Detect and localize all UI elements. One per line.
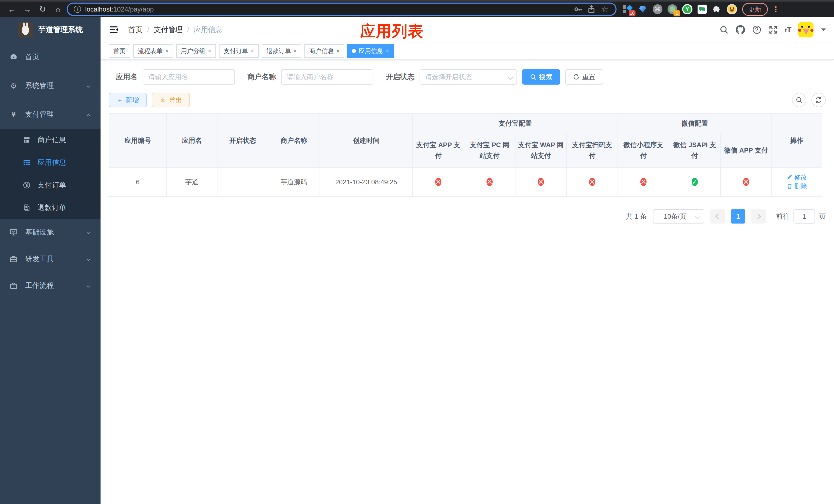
extension-smiley-avatar[interactable] — [727, 4, 737, 14]
sidebar-item-merchant-info[interactable]: 商户信息 — [0, 129, 101, 151]
breadcrumb-separator: / — [147, 26, 149, 34]
status-select-input[interactable] — [420, 69, 517, 85]
sidebar-collapse-icon[interactable] — [109, 25, 119, 35]
cell-wx-app-status: ✕ — [720, 167, 772, 197]
search-button[interactable]: 搜索 — [522, 69, 560, 85]
password-key-icon[interactable] — [573, 5, 583, 14]
extension-y-icon[interactable]: Y — [682, 4, 693, 14]
col-status: 开启状态 — [217, 114, 268, 167]
col-alipay-pc: 支付宝 PC 网站支付 — [464, 133, 515, 167]
browser-menu-icon[interactable]: ⋮ — [772, 5, 780, 14]
app-name-input[interactable] — [142, 69, 235, 85]
merchant-name-input[interactable] — [281, 69, 373, 85]
extension-chat-icon[interactable] — [697, 4, 707, 14]
extension-badge: 10 — [629, 10, 636, 17]
browser-update-button[interactable]: 更新 — [742, 3, 768, 16]
sidebar-item-infrastructure[interactable]: 基础设施 — [0, 219, 101, 246]
close-icon[interactable]: × — [208, 48, 211, 54]
sidebar-item-home[interactable]: 首页 — [0, 43, 101, 71]
edit-link[interactable]: 修改 — [787, 173, 807, 182]
logo-rabbit-image — [18, 22, 33, 38]
tag-app-info[interactable]: 应用信息× — [347, 44, 394, 58]
prev-page-button[interactable] — [710, 209, 725, 224]
col-alipay-qr: 支付宝扫码支付 — [567, 133, 618, 167]
yen-icon: ¥ — [9, 110, 18, 119]
close-icon[interactable]: × — [294, 48, 297, 54]
chevron-right-icon — [755, 213, 761, 220]
cell-app-id: 6 — [109, 167, 167, 197]
extensions-puzzle-icon[interactable] — [712, 4, 722, 14]
col-merchant: 商户名称 — [268, 114, 320, 167]
sidebar-item-system[interactable]: ⚙ 系统管理 — [0, 71, 101, 100]
toggle-search-button[interactable] — [792, 93, 806, 107]
add-button[interactable]: ＋ 新增 — [109, 93, 147, 107]
extension-recorder-icon[interactable]: 1 — [667, 4, 678, 14]
goto-page: 前往 页 — [776, 209, 826, 224]
cell-wx-mini-status: ✕ — [618, 167, 669, 197]
close-icon[interactable]: × — [386, 48, 389, 54]
app-logo[interactable]: 芋道管理系统 — [0, 17, 101, 43]
sidebar-item-app-info[interactable]: 应用信息 — [0, 151, 101, 174]
sidebar-item-refund-orders[interactable]: 退款订单 — [0, 197, 101, 219]
tag-user-group[interactable]: 用户分组× — [176, 44, 216, 58]
extension-diamond-icon[interactable]: 10 — [623, 4, 633, 14]
font-size-icon[interactable]: tT — [785, 25, 791, 34]
tag-refund-orders[interactable]: 退款订单× — [262, 44, 302, 58]
address-bar[interactable]: i localhost:1024/pay/app ☆ — [67, 3, 616, 16]
app-title: 芋道管理系统 — [38, 25, 83, 35]
tag-payment-orders[interactable]: 支付订单× — [219, 44, 259, 58]
status-cross-icon: ✕ — [743, 178, 749, 186]
sidebar-item-payment[interactable]: ¥ 支付管理 — [0, 100, 101, 129]
page-size-input[interactable] — [653, 209, 704, 224]
tag-home[interactable]: 首页 — [109, 44, 130, 58]
user-avatar[interactable] — [798, 22, 813, 38]
page-number-1[interactable]: 1 — [731, 209, 745, 224]
url-text: localhost:1024/pay/app — [85, 5, 154, 13]
table-row: 6 芋道 芋道源码 2021-10-23 08:49:25 ✕ ✕ ✕ ✕ ✕ — [109, 167, 822, 197]
delete-link[interactable]: 删除 — [787, 182, 807, 190]
breadcrumb-current: 应用信息 — [194, 25, 223, 35]
apps-table: 应用编号 应用名 开启状态 商户名称 创建时间 支付宝配置 微信配置 操作 支付… — [109, 113, 822, 197]
header-search-icon[interactable] — [719, 25, 729, 35]
cell-alipay-qr-status: ✕ — [567, 167, 618, 197]
close-icon[interactable]: × — [336, 48, 339, 54]
sidebar-item-dev-tools[interactable]: 研发工具 — [0, 246, 101, 272]
tag-merchant-info[interactable]: 商户信息× — [304, 44, 344, 58]
browser-home-button[interactable]: ⌂ — [51, 3, 65, 16]
sidebar: 芋道管理系统 首页 ⚙ 系统管理 ¥ 支付管理 — [0, 17, 101, 504]
bookmark-star-icon[interactable]: ☆ — [600, 5, 609, 14]
browser-reload-button[interactable]: ↻ — [36, 3, 49, 16]
page-size-select[interactable] — [653, 209, 704, 224]
close-icon[interactable]: × — [165, 48, 169, 54]
tag-process-form[interactable]: 流程表单× — [133, 44, 173, 58]
yen-circle-icon — [23, 181, 31, 189]
browser-forward-button[interactable]: → — [21, 3, 34, 16]
sidebar-item-workflow[interactable]: 工作流程 — [0, 272, 101, 299]
help-icon[interactable] — [752, 25, 762, 35]
extension-command-icon[interactable]: ⌘ — [653, 4, 663, 14]
goto-page-input[interactable] — [793, 209, 815, 224]
chevron-up-icon — [86, 112, 91, 117]
cell-status — [217, 167, 268, 197]
extension-gem-icon[interactable] — [638, 4, 648, 14]
user-menu-caret-icon[interactable] — [821, 28, 826, 31]
share-icon[interactable] — [587, 5, 596, 14]
refresh-table-button[interactable] — [811, 93, 826, 107]
chevron-down-icon — [86, 283, 91, 289]
reset-button[interactable]: 重置 — [565, 69, 603, 85]
browser-back-button[interactable]: ← — [5, 3, 19, 16]
sidebar-item-payment-orders[interactable]: 支付订单 — [0, 174, 101, 197]
github-icon[interactable] — [736, 25, 745, 35]
export-button[interactable]: 导出 — [152, 93, 190, 107]
site-info-icon[interactable]: i — [74, 6, 81, 13]
status-cross-icon: ✕ — [589, 178, 595, 186]
chevron-down-icon — [86, 256, 91, 262]
close-icon[interactable]: × — [251, 48, 254, 54]
col-group-alipay: 支付宝配置 — [413, 114, 618, 133]
next-page-button[interactable] — [751, 209, 766, 224]
breadcrumb-home[interactable]: 首页 — [128, 25, 142, 35]
fullscreen-icon[interactable] — [768, 25, 778, 35]
breadcrumb-payment[interactable]: 支付管理 — [154, 25, 182, 35]
status-select[interactable] — [420, 69, 517, 85]
filter-form: 应用名 商户名称 开启状态 搜索 重置 — [109, 69, 826, 85]
